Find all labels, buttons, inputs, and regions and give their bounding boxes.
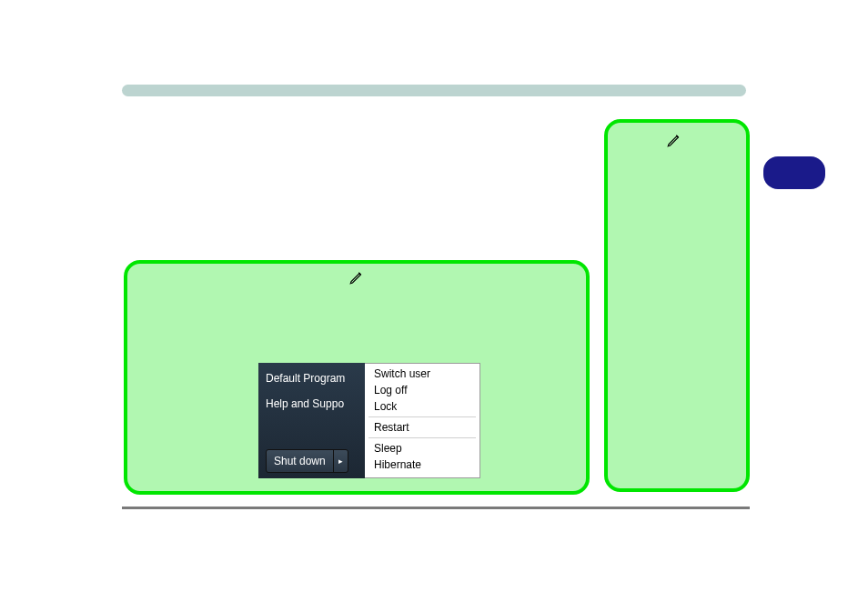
power-options-menu: Switch user Log off Lock Restart Sleep H… bbox=[365, 363, 480, 478]
start-link-help-support[interactable]: Help and Suppo bbox=[266, 397, 365, 410]
pen-icon bbox=[348, 269, 365, 286]
menu-item-restart[interactable]: Restart bbox=[365, 419, 479, 436]
menu-item-switch-user[interactable]: Switch user bbox=[365, 366, 479, 382]
start-menu-shutdown-snippet: Default Program Help and Suppo Shut down… bbox=[258, 363, 480, 478]
menu-separator bbox=[368, 416, 476, 417]
menu-item-hibernate[interactable]: Hibernate bbox=[365, 456, 479, 473]
menu-item-lock[interactable]: Lock bbox=[365, 398, 479, 415]
shutdown-arrow-icon[interactable]: ▸ bbox=[333, 449, 348, 473]
right-highlight-panel bbox=[604, 119, 750, 492]
top-accent-bar bbox=[122, 85, 746, 96]
shutdown-split-button[interactable]: Shut down ▸ bbox=[266, 449, 348, 473]
start-link-default-programs[interactable]: Default Program bbox=[266, 372, 365, 385]
menu-separator bbox=[368, 437, 476, 438]
menu-item-log-off[interactable]: Log off bbox=[365, 382, 479, 398]
pen-icon bbox=[666, 132, 682, 148]
start-menu-left-pane: Default Program Help and Suppo Shut down… bbox=[258, 363, 365, 478]
bottom-divider bbox=[122, 507, 750, 509]
menu-item-sleep[interactable]: Sleep bbox=[365, 440, 479, 456]
shutdown-button-label: Shut down bbox=[267, 455, 333, 467]
blue-pill-button[interactable] bbox=[763, 156, 825, 189]
